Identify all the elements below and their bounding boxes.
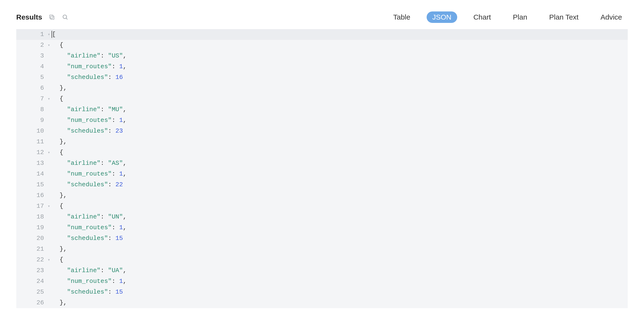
code-content[interactable]: "airline": "UA", xyxy=(47,265,126,276)
code-content[interactable]: "airline": "UN", xyxy=(47,212,126,222)
code-content[interactable]: "num_routes": 1, xyxy=(47,169,126,179)
code-line[interactable]: 6 }, xyxy=(16,83,628,94)
line-number: 17▾ xyxy=(16,201,47,212)
code-content[interactable]: }, xyxy=(47,244,67,255)
line-number: 5 xyxy=(16,72,47,83)
line-number: 23 xyxy=(16,265,47,276)
code-line[interactable]: 16 }, xyxy=(16,190,628,201)
tab-table[interactable]: Table xyxy=(388,11,416,23)
fold-toggle-icon[interactable]: ▾ xyxy=(48,40,50,51)
code-line[interactable]: 4 "num_routes": 1, xyxy=(16,61,628,72)
line-number: 8 xyxy=(16,104,47,115)
line-number: 11 xyxy=(16,137,47,147)
code-line[interactable]: 15 "schedules": 22 xyxy=(16,179,628,190)
line-number: 2▾ xyxy=(16,40,47,51)
code-line[interactable]: 1▾[ xyxy=(16,29,628,40)
code-line[interactable]: 21 }, xyxy=(16,244,628,255)
svg-rect-1 xyxy=(50,15,53,18)
tab-plan[interactable]: Plan xyxy=(507,11,533,23)
code-line[interactable]: 9 "num_routes": 1, xyxy=(16,115,628,126)
code-content[interactable]: "num_routes": 1, xyxy=(47,61,126,72)
code-content[interactable]: "num_routes": 1, xyxy=(47,115,126,126)
code-line[interactable]: 5 "schedules": 16 xyxy=(16,72,628,83)
line-number: 26 xyxy=(16,298,47,308)
code-line[interactable]: 24 "num_routes": 1, xyxy=(16,276,628,287)
code-content[interactable]: }, xyxy=(47,298,67,308)
line-number: 19 xyxy=(16,222,47,233)
results-title: Results xyxy=(16,13,42,21)
line-number: 24 xyxy=(16,276,47,287)
code-content[interactable]: "schedules": 23 xyxy=(47,126,123,137)
tab-chart[interactable]: Chart xyxy=(468,11,496,23)
code-line[interactable]: 23 "airline": "UA", xyxy=(16,265,628,276)
results-panel: Results TableJSONChartPlanPlan TextAdvic… xyxy=(0,0,644,308)
fold-toggle-icon[interactable]: ▾ xyxy=(48,201,50,212)
line-number: 4 xyxy=(16,61,47,72)
code-line[interactable]: 11 }, xyxy=(16,137,628,147)
header-left: Results xyxy=(16,13,69,21)
code-line[interactable]: 18 "airline": "UN", xyxy=(16,212,628,222)
code-line[interactable]: 7▾ { xyxy=(16,94,628,104)
line-number: 20 xyxy=(16,233,47,244)
code-line[interactable]: 3 "airline": "US", xyxy=(16,51,628,61)
code-content[interactable]: "airline": "MU", xyxy=(47,104,126,115)
line-number: 21 xyxy=(16,244,47,255)
code-line[interactable]: 13 "airline": "AS", xyxy=(16,158,628,169)
results-header: Results TableJSONChartPlanPlan TextAdvic… xyxy=(16,9,628,25)
line-number: 9 xyxy=(16,115,47,126)
line-number: 10 xyxy=(16,126,47,137)
code-content[interactable]: "num_routes": 1, xyxy=(47,222,126,233)
line-number: 13 xyxy=(16,158,47,169)
code-content[interactable]: "airline": "AS", xyxy=(47,158,126,169)
code-line[interactable]: 25 "schedules": 15 xyxy=(16,287,628,298)
code-line[interactable]: 22▾ { xyxy=(16,255,628,265)
code-content[interactable]: "schedules": 15 xyxy=(47,233,123,244)
code-content[interactable]: "schedules": 22 xyxy=(47,179,123,190)
line-number: 6 xyxy=(16,83,47,94)
line-number: 18 xyxy=(16,212,47,222)
code-line[interactable]: 19 "num_routes": 1, xyxy=(16,222,628,233)
tab-advice[interactable]: Advice xyxy=(595,11,628,23)
code-content[interactable]: "airline": "US", xyxy=(47,51,126,61)
code-line[interactable]: 12▾ { xyxy=(16,147,628,158)
tab-plan-text[interactable]: Plan Text xyxy=(544,11,584,23)
code-content[interactable]: }, xyxy=(47,190,67,201)
line-number: 12▾ xyxy=(16,147,47,158)
copy-icon[interactable] xyxy=(48,13,56,21)
fold-toggle-icon[interactable]: ▾ xyxy=(48,147,50,158)
line-number: 1▾ xyxy=(16,29,47,40)
code-line[interactable]: 8 "airline": "MU", xyxy=(16,104,628,115)
fold-toggle-icon[interactable]: ▾ xyxy=(48,29,50,40)
line-number: 25 xyxy=(16,287,47,298)
svg-line-3 xyxy=(66,18,68,19)
code-line[interactable]: 14 "num_routes": 1, xyxy=(16,169,628,179)
tab-json[interactable]: JSON xyxy=(427,11,457,23)
code-line[interactable]: 26 }, xyxy=(16,298,628,308)
code-content[interactable]: }, xyxy=(47,137,67,147)
code-line[interactable]: 20 "schedules": 15 xyxy=(16,233,628,244)
json-editor[interactable]: 1▾[2▾ {3 "airline": "US",4 "num_routes":… xyxy=(16,29,628,308)
code-content[interactable]: "schedules": 15 xyxy=(47,287,123,298)
code-content[interactable]: }, xyxy=(47,83,67,94)
svg-point-2 xyxy=(63,15,67,19)
code-line[interactable]: 2▾ { xyxy=(16,40,628,51)
fold-toggle-icon[interactable]: ▾ xyxy=(48,94,50,104)
search-icon[interactable] xyxy=(62,13,69,21)
svg-rect-0 xyxy=(51,16,54,19)
code-content[interactable]: "num_routes": 1, xyxy=(47,276,126,287)
code-line[interactable]: 10 "schedules": 23 xyxy=(16,126,628,137)
code-line[interactable]: 17▾ { xyxy=(16,201,628,212)
line-number: 16 xyxy=(16,190,47,201)
line-number: 3 xyxy=(16,51,47,61)
line-number: 14 xyxy=(16,169,47,179)
fold-toggle-icon[interactable]: ▾ xyxy=(48,255,50,265)
view-tabs: TableJSONChartPlanPlan TextAdvice xyxy=(388,11,628,23)
line-number: 15 xyxy=(16,179,47,190)
line-number: 7▾ xyxy=(16,94,47,104)
code-content[interactable]: "schedules": 16 xyxy=(47,72,123,83)
line-number: 22▾ xyxy=(16,255,47,265)
